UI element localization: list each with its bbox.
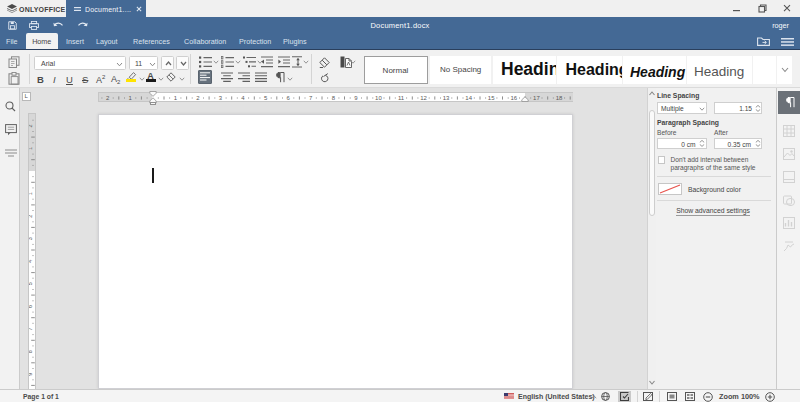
svg-text:8: 8	[29, 350, 33, 353]
svg-text:5: 5	[29, 282, 33, 285]
svg-text:6: 6	[286, 95, 290, 101]
svg-text:5: 5	[263, 95, 267, 101]
svg-text:2: 2	[29, 124, 33, 127]
svg-text:8: 8	[331, 95, 335, 101]
svg-text:9: 9	[354, 95, 358, 101]
svg-text:1: 1	[128, 95, 132, 101]
svg-text:3: 3	[218, 95, 222, 101]
svg-text:9: 9	[29, 373, 33, 376]
svg-text:15: 15	[487, 95, 494, 101]
svg-text:17: 17	[533, 95, 540, 101]
svg-text:16: 16	[510, 95, 517, 101]
svg-text:11: 11	[397, 95, 404, 101]
svg-text:7: 7	[309, 95, 313, 101]
svg-text:1: 1	[29, 192, 33, 195]
svg-text:12: 12	[420, 95, 427, 101]
svg-text:4: 4	[29, 260, 33, 263]
svg-text:2: 2	[105, 95, 109, 101]
svg-text:7: 7	[29, 327, 33, 330]
svg-text:1: 1	[173, 95, 177, 101]
svg-text:18: 18	[555, 95, 562, 101]
svg-text:6: 6	[29, 305, 33, 308]
svg-text:10: 10	[375, 95, 382, 101]
svg-text:4: 4	[241, 95, 245, 101]
svg-text:2: 2	[29, 215, 33, 218]
svg-text:2: 2	[196, 95, 200, 101]
svg-text:3: 3	[29, 237, 33, 240]
svg-text:1: 1	[29, 147, 33, 150]
svg-text:13: 13	[442, 95, 449, 101]
svg-text:14: 14	[465, 95, 472, 101]
